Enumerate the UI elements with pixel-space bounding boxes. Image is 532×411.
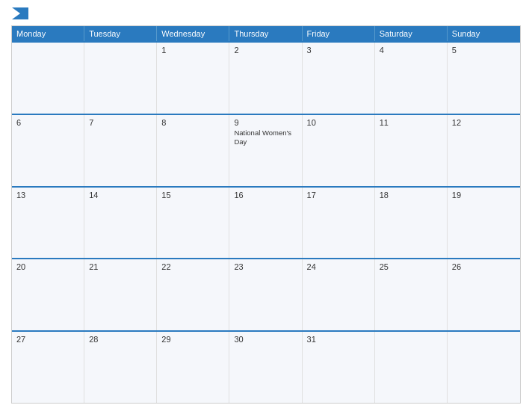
- day-number: 26: [452, 262, 516, 271]
- day-number: 18: [380, 191, 442, 200]
- day-cell: 25: [375, 259, 448, 330]
- day-cell: 2: [229, 43, 302, 114]
- week-row-2: 6789National Women's Day101112: [12, 114, 520, 186]
- day-number: 4: [380, 46, 442, 55]
- day-number: 30: [234, 335, 297, 344]
- week-row-4: 20212223242526: [12, 258, 520, 330]
- day-cell: 16: [229, 188, 302, 259]
- day-cell: 3: [303, 43, 375, 114]
- logo: [11, 7, 29, 19]
- calendar-grid: MondayTuesdayWednesdayThursdayFridaySatu…: [11, 25, 521, 404]
- day-header-wednesday: Wednesday: [157, 26, 229, 41]
- day-cell: 1: [157, 43, 229, 114]
- day-header-thursday: Thursday: [229, 26, 302, 41]
- day-number: 8: [161, 118, 224, 127]
- day-cell: 10: [303, 115, 375, 186]
- day-cell: 19: [448, 188, 520, 259]
- day-cell: 11: [375, 115, 448, 186]
- day-cell: 13: [12, 188, 84, 259]
- header: [11, 7, 521, 19]
- logo-icon: [12, 7, 28, 19]
- day-cell: 28: [84, 332, 157, 403]
- day-cell: 12: [448, 115, 520, 186]
- week-row-3: 13141516171819: [12, 186, 520, 259]
- day-number: 16: [234, 191, 297, 200]
- day-number: 23: [234, 262, 297, 271]
- day-number: 24: [307, 262, 370, 271]
- day-cell: 5: [448, 43, 520, 114]
- weeks-container: 123456789National Women's Day10111213141…: [12, 41, 520, 403]
- day-number: 9: [234, 118, 297, 127]
- day-headers-row: MondayTuesdayWednesdayThursdayFridaySatu…: [12, 26, 520, 41]
- day-cell: [84, 43, 157, 114]
- day-number: 12: [452, 118, 516, 127]
- day-number: 28: [89, 335, 152, 344]
- day-number: 2: [234, 46, 297, 55]
- week-row-1: 12345: [12, 41, 520, 114]
- day-number: 19: [452, 191, 516, 200]
- day-cell: 29: [157, 332, 229, 403]
- day-cell: 4: [375, 43, 448, 114]
- day-cell: 7: [84, 115, 157, 186]
- day-number: 7: [89, 118, 152, 127]
- day-cell: 9National Women's Day: [229, 115, 302, 186]
- day-cell: 24: [303, 259, 375, 330]
- day-number: 1: [161, 46, 224, 55]
- day-cell: 21: [84, 259, 157, 330]
- day-cell: [448, 332, 520, 403]
- day-cell: 8: [157, 115, 229, 186]
- day-number: 31: [307, 335, 370, 344]
- day-number: 25: [380, 262, 442, 271]
- calendar-page: MondayTuesdayWednesdayThursdayFridaySatu…: [0, 0, 532, 411]
- day-number: 3: [307, 46, 370, 55]
- day-cell: 31: [303, 332, 375, 403]
- day-header-monday: Monday: [12, 26, 84, 41]
- day-number: 17: [307, 191, 370, 200]
- day-cell: 30: [229, 332, 302, 403]
- day-number: 20: [16, 262, 79, 271]
- day-number: 14: [89, 191, 152, 200]
- event-label: National Women's Day: [234, 129, 297, 147]
- day-cell: 26: [448, 259, 520, 330]
- day-cell: 14: [84, 188, 157, 259]
- day-header-sunday: Sunday: [448, 26, 520, 41]
- day-number: 21: [89, 262, 152, 271]
- day-header-saturday: Saturday: [375, 26, 448, 41]
- day-cell: 22: [157, 259, 229, 330]
- day-number: 5: [452, 46, 516, 55]
- day-number: 6: [16, 118, 79, 127]
- day-cell: [12, 43, 84, 114]
- day-cell: [375, 332, 448, 403]
- day-number: 11: [380, 118, 442, 127]
- day-number: 15: [161, 191, 224, 200]
- week-row-5: 2728293031: [12, 330, 520, 403]
- day-number: 10: [307, 118, 370, 127]
- day-cell: 20: [12, 259, 84, 330]
- day-cell: 27: [12, 332, 84, 403]
- day-cell: 18: [375, 188, 448, 259]
- day-cell: 17: [303, 188, 375, 259]
- day-header-friday: Friday: [303, 26, 375, 41]
- day-header-tuesday: Tuesday: [84, 26, 157, 41]
- day-number: 27: [16, 335, 79, 344]
- day-cell: 15: [157, 188, 229, 259]
- day-cell: 6: [12, 115, 84, 186]
- day-number: 22: [161, 262, 224, 271]
- day-cell: 23: [229, 259, 302, 330]
- day-number: 29: [161, 335, 224, 344]
- day-number: 13: [16, 191, 79, 200]
